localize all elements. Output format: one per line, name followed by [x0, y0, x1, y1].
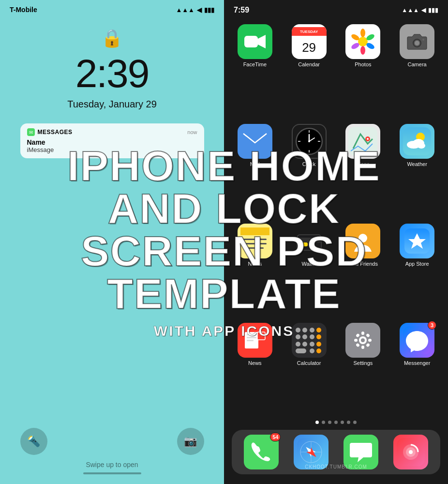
svg-point-3 [360, 29, 365, 37]
notification-header: ✉ Messages now [27, 128, 197, 136]
music-icon [393, 435, 428, 469]
settings-icon [345, 323, 380, 358]
calculator-icon [292, 323, 327, 358]
battery-icon: ▮▮▮ [204, 6, 214, 14]
calendar-label: Calendar [298, 61, 320, 67]
wallet-icon-wrap [292, 224, 327, 258]
facetime-icon-wrap [238, 24, 272, 59]
svg-rect-41 [247, 337, 256, 338]
mail-icon-wrap [238, 124, 272, 159]
clock-icon-wrap [292, 124, 327, 159]
home-signal-icon: ▲▲▲ [402, 7, 419, 14]
lock-padlock-icon: 🔒 [101, 28, 123, 48]
svg-point-46 [361, 338, 365, 342]
news-icon-wrap [238, 323, 272, 358]
app-clock[interactable]: Clock [286, 124, 332, 216]
notes-icon [238, 224, 272, 258]
phone-badge: 54 [270, 433, 281, 441]
app-grid: FaceTime Tuesday 29 Calendar [224, 15, 448, 415]
camera-label: Camera [408, 61, 427, 67]
app-weather[interactable]: Weather [394, 124, 440, 216]
notification-card[interactable]: ✉ Messages now Name iMessage [20, 123, 204, 158]
svg-marker-1 [258, 35, 266, 48]
home-wifi-icon: ◀ [421, 7, 426, 14]
svg-rect-40 [247, 334, 256, 335]
camera-icon-wrap [400, 24, 434, 59]
weather-label: Weather [407, 161, 427, 167]
home-indicator [83, 472, 141, 474]
svg-point-12 [422, 39, 424, 41]
maps-icon [345, 124, 380, 159]
app-mail[interactable]: Mail [232, 124, 278, 216]
camera-icon [400, 24, 434, 59]
home-time: 7:59 [234, 6, 249, 15]
app-settings[interactable]: Settings [340, 323, 387, 415]
wallet-label: Wallet [302, 261, 316, 267]
svg-point-11 [415, 41, 419, 45]
svg-rect-49 [354, 339, 358, 342]
clock-icon [292, 124, 327, 159]
messenger-label: Messenger [404, 360, 430, 366]
flashlight-button[interactable]: 🔦 [20, 428, 47, 455]
notes-label: Notes [248, 261, 262, 267]
app-messenger[interactable]: 3 Messenger [394, 323, 440, 415]
svg-rect-0 [244, 36, 258, 47]
home-status-bar: 7:59 ▲▲▲ ◀ ▮▮▮ [224, 0, 448, 15]
lock-carrier: T-Mobile [10, 6, 37, 14]
svg-rect-32 [297, 238, 321, 242]
music-icon-wrap [393, 435, 428, 469]
news-icon [238, 323, 272, 358]
weather-icon [400, 124, 434, 159]
phone-icon-wrap: 54 [244, 435, 279, 469]
wifi-icon: ◀ [197, 6, 202, 14]
app-calculator[interactable]: Calculator [286, 323, 332, 415]
svg-point-22 [308, 140, 310, 142]
home-battery-icon: ▮▮▮ [428, 7, 438, 14]
messenger-icon-wrap: 3 [400, 323, 434, 358]
svg-point-25 [367, 138, 369, 140]
svg-rect-48 [361, 346, 364, 349]
app-facetime[interactable]: FaceTime [232, 24, 278, 116]
notif-sender: Name [27, 138, 197, 146]
wallet-icon [292, 224, 327, 258]
dot-7 [353, 421, 357, 424]
home-screen: 7:59 ▲▲▲ ◀ ▮▮▮ FaceTime Tuesday [224, 0, 448, 484]
dock-phone[interactable]: 54 [244, 435, 279, 469]
home-status-icons: ▲▲▲ ◀ ▮▮▮ [402, 7, 438, 14]
app-find-friends[interactable]: Find Friends [340, 224, 387, 316]
lock-date: Tuesday, January 29 [67, 99, 157, 110]
notif-message: iMessage [27, 146, 197, 153]
app-camera[interactable]: Camera [394, 24, 440, 116]
signal-icon: ▲▲▲ [176, 6, 194, 14]
app-news[interactable]: News [232, 323, 278, 415]
notif-time: now [187, 129, 197, 135]
svg-point-30 [418, 143, 425, 149]
app-calendar[interactable]: Tuesday 29 Calendar [286, 24, 332, 116]
app-photos[interactable]: Photos [340, 24, 387, 116]
settings-label: Settings [354, 360, 373, 366]
app-store-label: App Store [405, 261, 429, 267]
lock-status-bar: T-Mobile ▲▲▲ ◀ ▮▮▮ [0, 0, 224, 14]
page-dots [224, 415, 448, 430]
notif-app-info: ✉ Messages [27, 128, 73, 136]
watermark: CKHOOT.TUMBLR.COM [305, 464, 367, 469]
calculator-icon-wrap [292, 323, 327, 358]
dock-music[interactable] [393, 435, 428, 469]
svg-rect-50 [368, 339, 372, 342]
camera-quick-button[interactable]: 📷 [177, 428, 204, 455]
app-notes[interactable]: Notes [232, 224, 278, 316]
app-app-store[interactable]: App Store [394, 224, 440, 316]
dot-6 [347, 421, 350, 424]
app-maps[interactable]: Maps [340, 124, 387, 216]
weather-icon-wrap [400, 124, 434, 159]
facetime-icon [238, 24, 272, 59]
dot-5 [341, 421, 344, 424]
app-wallet[interactable]: Wallet [286, 224, 332, 316]
lock-bottom: 🔦 📷 Swipe up to open [0, 428, 224, 484]
calendar-icon-wrap: Tuesday 29 [292, 24, 327, 59]
mail-icon [238, 124, 272, 159]
notif-app-icon: ✉ [27, 128, 35, 136]
find-friends-icon [345, 224, 380, 258]
dot-3 [328, 421, 331, 424]
svg-point-67 [409, 450, 413, 454]
